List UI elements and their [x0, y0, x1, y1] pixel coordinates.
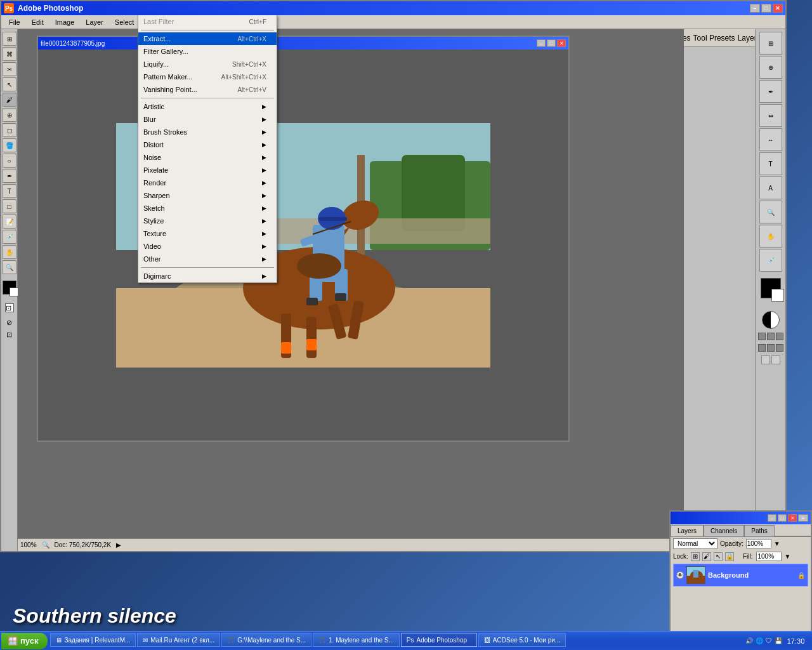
tool-btn-r6[interactable]: T — [759, 152, 782, 175]
filter-extract[interactable]: Extract... Alt+Ctrl+X — [138, 32, 277, 45]
lock-all[interactable]: 🔒 — [725, 552, 734, 561]
doc-close[interactable]: ✕ — [557, 39, 566, 47]
menu-select[interactable]: Select — [110, 16, 140, 29]
tool-dodge[interactable]: ○ — [3, 154, 16, 168]
filter-liquify[interactable]: Liquify... Shift+Ctrl+X — [138, 58, 277, 70]
tool-btn-r5[interactable]: ↔ — [759, 128, 782, 151]
lock-image[interactable]: 🖌 — [702, 552, 711, 561]
tool-stamp[interactable]: ⊕ — [3, 108, 16, 122]
tab-layers[interactable]: Layers — [671, 525, 704, 536]
tab-paths[interactable]: Paths — [744, 525, 775, 536]
view-b4[interactable] — [761, 355, 770, 364]
doc-minimize[interactable]: – — [537, 39, 546, 47]
filter-other[interactable]: Other ▶ — [138, 253, 277, 265]
tool-text[interactable]: T — [3, 184, 16, 198]
bg-color-swatch[interactable] — [771, 289, 784, 302]
fg-color-swatch[interactable] — [761, 278, 781, 298]
menu-image[interactable]: Image — [50, 16, 80, 29]
view-b2[interactable] — [767, 344, 775, 352]
zoom-icon[interactable]: 🔍 — [42, 541, 49, 548]
tool-btn-r4[interactable]: ⇔ — [759, 104, 782, 127]
taskbar-item-2[interactable]: 🎵 G:\\Maylene and the S... — [221, 633, 311, 647]
start-button[interactable]: 🪟 пуск — [1, 633, 48, 649]
foreground-color[interactable] — [3, 281, 16, 295]
view-full2[interactable] — [776, 333, 783, 340]
layer-visibility[interactable]: 👁 — [676, 571, 684, 579]
tool-btn-r7[interactable]: A — [759, 176, 782, 199]
taskbar-item-1[interactable]: ✉ Mail.Ru Агент (2 вкл... — [137, 633, 220, 647]
tool-marquee[interactable]: ⊞ — [3, 32, 16, 46]
tool-btn-r3[interactable]: ✒ — [759, 80, 782, 103]
tool-hand[interactable]: ✋ — [3, 245, 16, 259]
taskbar-item-4[interactable]: Ps Adobe Photoshop — [401, 633, 477, 647]
fill-input[interactable] — [756, 552, 782, 561]
taskbar-item-0[interactable]: 🖥 Задания | RelevantM... — [50, 633, 136, 647]
background-layer[interactable]: 👁 Background 🔒 — [673, 564, 808, 587]
filter-video[interactable]: Video ▶ — [138, 240, 277, 253]
tool-shape[interactable]: □ — [3, 199, 16, 213]
tool-eraser[interactable]: ◻ — [3, 123, 16, 137]
status-arrow[interactable]: ▶ — [116, 541, 121, 548]
view-b3[interactable] — [776, 344, 783, 352]
menu-edit[interactable]: Edit — [27, 16, 49, 29]
tool-presets-btn[interactable]: Tool Presets — [693, 34, 735, 43]
tool-notes[interactable]: 📝 — [3, 215, 16, 229]
screen-mode[interactable]: ⊡ — [6, 331, 12, 339]
opacity-input[interactable] — [746, 539, 771, 548]
tool-btn-r8[interactable]: 🔍 — [759, 201, 782, 223]
layers-min[interactable]: – — [768, 514, 776, 522]
tool-move[interactable]: ↖ — [3, 77, 16, 91]
blend-mode-select[interactable]: Normal Multiply Screen — [673, 538, 717, 549]
filter-brush-strokes[interactable]: Brush Strokes ▶ — [138, 126, 277, 138]
filter-gallery[interactable]: Filter Gallery... — [138, 45, 277, 58]
tool-pen[interactable]: ✒ — [3, 169, 16, 183]
filter-digimarc[interactable]: Digimarc ▶ — [138, 270, 277, 282]
filter-artistic[interactable]: Artistic ▶ — [138, 100, 277, 113]
filter-noise[interactable]: Noise ▶ — [138, 151, 277, 164]
tool-btn-r10[interactable]: 💉 — [759, 249, 782, 272]
tool-btn-r2[interactable]: ⊕ — [759, 56, 782, 79]
minimize-button[interactable]: – — [750, 4, 760, 13]
layers-menu[interactable]: ≡ — [798, 514, 808, 522]
filter-stylize[interactable]: Stylize ▶ — [138, 215, 277, 227]
menu-layer[interactable]: Layer — [81, 16, 108, 29]
filter-sketch[interactable]: Sketch ▶ — [138, 202, 277, 215]
taskbar-item-3[interactable]: 🎵 1. Maylene and the S... — [313, 633, 400, 647]
tab-channels[interactable]: Channels — [704, 525, 744, 536]
tool-brush[interactable]: 🖌 — [3, 93, 16, 107]
filter-distort[interactable]: Distort ▶ — [138, 138, 277, 151]
tool-lasso[interactable]: ⌘ — [3, 47, 16, 61]
tool-btn-r1[interactable]: ⊞ — [759, 32, 782, 55]
view-b5[interactable] — [771, 355, 780, 364]
filter-pattern-maker[interactable]: Pattern Maker... Alt+Shift+Ctrl+X — [138, 70, 277, 83]
menu-file[interactable]: File — [4, 16, 25, 29]
lock-transparent[interactable]: ⊞ — [691, 552, 700, 561]
doc-maximize[interactable]: □ — [547, 39, 556, 47]
maximize-button[interactable]: □ — [761, 4, 771, 13]
filter-texture[interactable]: Texture ▶ — [138, 227, 277, 240]
quick-mask-btn[interactable] — [762, 311, 780, 329]
view-full[interactable] — [767, 333, 775, 340]
close-button[interactable]: ✕ — [773, 4, 783, 13]
taskbar-item-5[interactable]: 🖼 ACDSee 5.0 - Мои ри... — [478, 633, 566, 647]
filter-render[interactable]: Render ▶ — [138, 176, 277, 189]
fill-arrow[interactable]: ▼ — [784, 553, 790, 560]
tool-btn-r9[interactable]: ✋ — [759, 225, 782, 248]
view-b1[interactable] — [758, 344, 766, 352]
layers-close[interactable]: ✕ — [788, 514, 797, 522]
background-color[interactable] — [10, 288, 18, 296]
layers-max[interactable]: □ — [778, 514, 787, 522]
quick-mask[interactable]: ⊘ — [6, 319, 12, 327]
tool-zoom[interactable]: 🔍 — [3, 260, 16, 274]
filter-vanishing-point[interactable]: Vanishing Point... Alt+Ctrl+V — [138, 83, 277, 96]
tool-eyedropper[interactable]: 💉 — [3, 230, 16, 244]
filter-sharpen[interactable]: Sharpen ▶ — [138, 189, 277, 202]
opacity-arrow[interactable]: ▼ — [774, 540, 780, 547]
tool-crop[interactable]: ✂ — [3, 62, 16, 76]
filter-pixelate[interactable]: Pixelate ▶ — [138, 164, 277, 176]
view-std[interactable] — [758, 333, 766, 340]
lock-position[interactable]: ↖ — [714, 552, 723, 561]
default-colors[interactable]: ⊡ — [5, 303, 14, 312]
filter-blur[interactable]: Blur ▶ — [138, 113, 277, 126]
tool-paint[interactable]: 🪣 — [3, 138, 16, 152]
